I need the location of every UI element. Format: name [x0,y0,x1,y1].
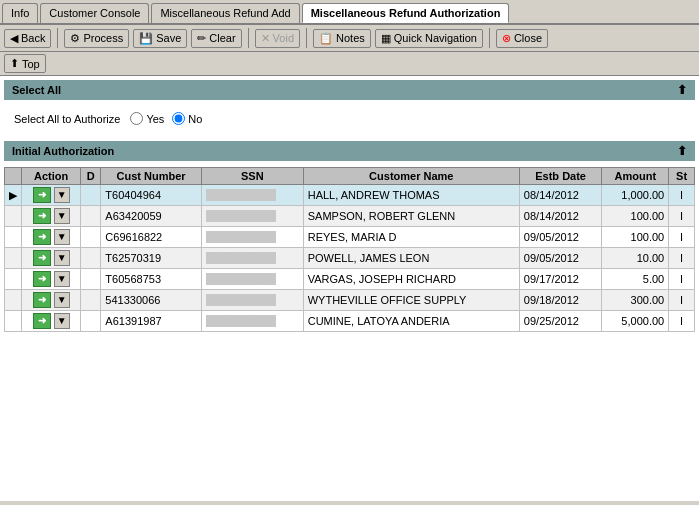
row-estb-date: 08/14/2012 [519,185,602,206]
row-d-cell [81,290,101,311]
notes-button[interactable]: 📋 Notes [313,29,371,48]
row-action-dropdown[interactable]: ▼ [54,250,70,266]
col-header-customer-name: Customer Name [303,168,519,185]
row-cust-number: T62570319 [101,248,202,269]
row-st: I [669,227,695,248]
top-icon: ⬆ [10,57,19,70]
row-cust-number: 541330066 [101,290,202,311]
row-action-dropdown[interactable]: ▼ [54,271,70,287]
top-button[interactable]: ⬆ Top [4,54,46,73]
row-amount: 100.00 [602,206,669,227]
save-button[interactable]: 💾 Save [133,29,187,48]
row-d-cell [81,248,101,269]
secondary-toolbar: ⬆ Top [0,52,699,76]
clear-button[interactable]: ✏ Clear [191,29,241,48]
row-action-arrow[interactable]: ➜ [33,229,51,245]
col-header-d: D [81,168,101,185]
row-amount: 100.00 [602,227,669,248]
row-action-cell[interactable]: ➜ ▼ [22,248,81,269]
row-action-arrow[interactable]: ➜ [33,271,51,287]
table-row: ➜ ▼ 541330066XXXXXXXXXWYTHEVILLE OFFICE … [5,290,695,311]
row-amount: 5,000.00 [602,311,669,332]
row-action-arrow[interactable]: ➜ [33,313,51,329]
row-action-arrow[interactable]: ➜ [33,292,51,308]
back-button[interactable]: ◀ Back [4,29,51,48]
row-amount: 300.00 [602,290,669,311]
row-action-cell[interactable]: ➜ ▼ [22,311,81,332]
quick-nav-icon: ▦ [381,32,391,45]
initial-auth-collapse-icon[interactable]: ⬆ [677,144,687,158]
close-icon: ⊗ [502,32,511,45]
back-icon: ◀ [10,32,18,45]
col-header-st: St [669,168,695,185]
row-action-cell[interactable]: ➜ ▼ [22,185,81,206]
row-action-dropdown[interactable]: ▼ [54,229,70,245]
separator-1 [57,28,58,48]
row-st: I [669,269,695,290]
row-action-dropdown[interactable]: ▼ [54,292,70,308]
tab-info[interactable]: Info [2,3,38,23]
row-estb-date: 08/14/2012 [519,206,602,227]
row-customer-name: SAMPSON, ROBERT GLENN [303,206,519,227]
row-cust-number: T60404964 [101,185,202,206]
row-pointer-cell [5,227,22,248]
close-button[interactable]: ⊗ Close [496,29,548,48]
tab-misc-refund-auth[interactable]: Miscellaneous Refund Authorization [302,3,510,23]
tab-misc-refund-add[interactable]: Miscellaneous Refund Add [151,3,299,23]
row-customer-name: REYES, MARIA D [303,227,519,248]
initial-auth-section: Initial Authorization ⬆ Action D Cust Nu… [4,141,695,332]
row-cust-number: A63420059 [101,206,202,227]
row-action-dropdown[interactable]: ▼ [54,187,70,203]
row-st: I [669,248,695,269]
row-d-cell [81,185,101,206]
row-action-arrow[interactable]: ➜ [33,250,51,266]
quick-nav-button[interactable]: ▦ Quick Navigation [375,29,483,48]
void-button[interactable]: ✕ Void [255,29,300,48]
separator-4 [489,28,490,48]
row-pointer-cell [5,248,22,269]
col-header-ssn: SSN [201,168,303,185]
ssn-value: XXXXXXXXX [206,210,276,222]
yes-radio-label[interactable]: Yes [130,112,164,125]
row-d-cell [81,206,101,227]
col-header-pointer [5,168,22,185]
table-row: ➜ ▼ T60568753XXXXXXXXXVARGAS, JOSEPH RIC… [5,269,695,290]
process-button[interactable]: ⚙ Process [64,29,129,48]
separator-2 [248,28,249,48]
ssn-value: XXXXXXXXX [206,315,276,327]
row-action-cell[interactable]: ➜ ▼ [22,227,81,248]
row-st: I [669,206,695,227]
row-customer-name: POWELL, JAMES LEON [303,248,519,269]
row-ssn: XXXXXXXXX [201,185,303,206]
row-customer-name: VARGAS, JOSEPH RICHARD [303,269,519,290]
col-header-amount: Amount [602,168,669,185]
tab-customer-console[interactable]: Customer Console [40,3,149,23]
select-all-collapse-icon[interactable]: ⬆ [677,83,687,97]
row-action-arrow[interactable]: ➜ [33,187,51,203]
select-all-header: Select All ⬆ [4,80,695,100]
row-ssn: XXXXXXXXX [201,227,303,248]
row-action-cell[interactable]: ➜ ▼ [22,290,81,311]
void-icon: ✕ [261,32,270,45]
row-estb-date: 09/25/2012 [519,311,602,332]
row-ssn: XXXXXXXXX [201,248,303,269]
table-row: ➜ ▼ A63420059XXXXXXXXXSAMPSON, ROBERT GL… [5,206,695,227]
table-header-row: Action D Cust Number SSN Customer Name E… [5,168,695,185]
tab-bar: Info Customer Console Miscellaneous Refu… [0,0,699,25]
row-action-dropdown[interactable]: ▼ [54,313,70,329]
row-action-dropdown[interactable]: ▼ [54,208,70,224]
clear-icon: ✏ [197,32,206,45]
row-action-arrow[interactable]: ➜ [33,208,51,224]
col-header-estb-date: Estb Date [519,168,602,185]
row-action-cell[interactable]: ➜ ▼ [22,206,81,227]
save-icon: 💾 [139,32,153,45]
row-amount: 1,000.00 [602,185,669,206]
col-header-action: Action [22,168,81,185]
authorization-table: Action D Cust Number SSN Customer Name E… [4,167,695,332]
yes-radio[interactable] [130,112,143,125]
no-radio[interactable] [172,112,185,125]
no-radio-label[interactable]: No [172,112,202,125]
row-action-cell[interactable]: ➜ ▼ [22,269,81,290]
table-row: ➜ ▼ C69616822XXXXXXXXXREYES, MARIA D09/0… [5,227,695,248]
row-ssn: XXXXXXXXX [201,290,303,311]
